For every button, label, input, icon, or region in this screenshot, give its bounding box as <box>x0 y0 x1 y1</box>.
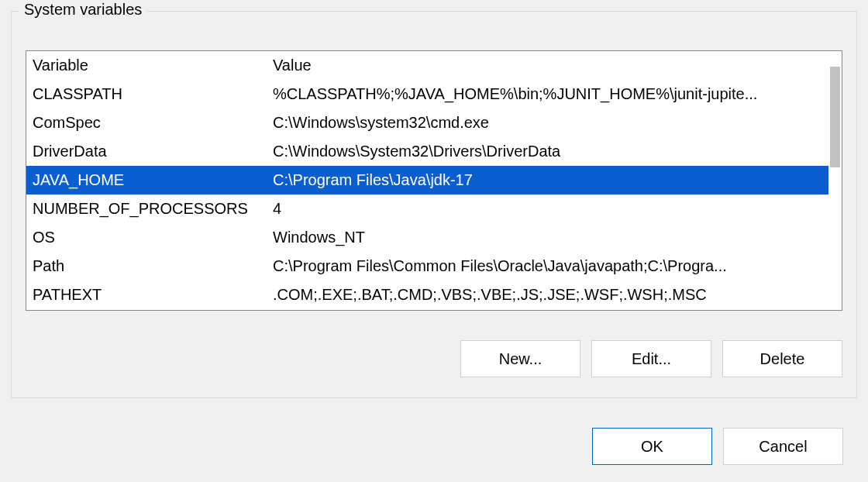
group-title: System variables <box>19 1 146 19</box>
variable-name-cell: NUMBER_OF_PROCESSORS <box>26 195 267 223</box>
table-row[interactable]: PATHEXT.COM;.EXE;.BAT;.CMD;.VBS;.VBE;.JS… <box>26 281 828 309</box>
column-header-variable[interactable]: Variable <box>26 51 267 80</box>
variables-table-container: Variable Value CLASSPATH%CLASSPATH%;%JAV… <box>26 50 842 311</box>
table-row[interactable]: CLASSPATH%CLASSPATH%;%JAVA_HOME%\bin;%JU… <box>26 80 828 108</box>
vertical-scrollbar[interactable] <box>828 51 842 310</box>
scrollbar-thumb[interactable] <box>830 67 840 167</box>
new-button[interactable]: New... <box>460 340 580 377</box>
variable-name-cell: ComSpec <box>26 108 267 137</box>
variable-buttons-row: New... Edit... Delete <box>460 340 842 377</box>
variable-value-cell: C:\Windows\System32\Drivers\DriverData <box>267 137 828 166</box>
variable-name-cell: DriverData <box>26 137 267 166</box>
table-row[interactable]: JAVA_HOMEC:\Program Files\Java\jdk-17 <box>26 166 828 195</box>
table-row[interactable]: NUMBER_OF_PROCESSORS4 <box>26 195 828 223</box>
table-row[interactable]: ComSpecC:\Windows\system32\cmd.exe <box>26 108 828 137</box>
column-header-value[interactable]: Value <box>267 51 828 80</box>
variable-value-cell: 4 <box>267 195 828 223</box>
table-header-row: Variable Value <box>26 51 828 80</box>
variable-value-cell: .COM;.EXE;.BAT;.CMD;.VBS;.VBE;.JS;.JSE;.… <box>267 281 828 309</box>
delete-button[interactable]: Delete <box>722 340 842 377</box>
table-row[interactable]: OSWindows_NT <box>26 223 828 252</box>
variables-table-viewport: Variable Value CLASSPATH%CLASSPATH%;%JAV… <box>26 51 828 310</box>
table-row[interactable]: PathC:\Program Files\Common Files\Oracle… <box>26 252 828 281</box>
variable-value-cell: Windows_NT <box>267 223 828 252</box>
variable-value-cell: C:\Program Files\Java\jdk-17 <box>267 166 828 195</box>
cancel-button[interactable]: Cancel <box>723 428 843 465</box>
variable-name-cell: JAVA_HOME <box>26 166 267 195</box>
variable-value-cell: C:\Program Files\Common Files\Oracle\Jav… <box>267 252 828 281</box>
variable-value-cell: %CLASSPATH%;%JAVA_HOME%\bin;%JUNIT_HOME%… <box>267 80 828 108</box>
variable-name-cell: OS <box>26 223 267 252</box>
table-row[interactable]: DriverDataC:\Windows\System32\Drivers\Dr… <box>26 137 828 166</box>
variable-name-cell: PATHEXT <box>26 281 267 309</box>
variables-table[interactable]: Variable Value CLASSPATH%CLASSPATH%;%JAV… <box>26 51 828 309</box>
ok-button[interactable]: OK <box>592 428 712 465</box>
variable-name-cell: Path <box>26 252 267 281</box>
variable-name-cell: CLASSPATH <box>26 80 267 108</box>
variable-value-cell: C:\Windows\system32\cmd.exe <box>267 108 828 137</box>
system-variables-group: System variables Variable Value CLASSPAT… <box>11 11 857 398</box>
dialog-buttons-row: OK Cancel <box>592 428 843 465</box>
edit-button[interactable]: Edit... <box>591 340 711 377</box>
